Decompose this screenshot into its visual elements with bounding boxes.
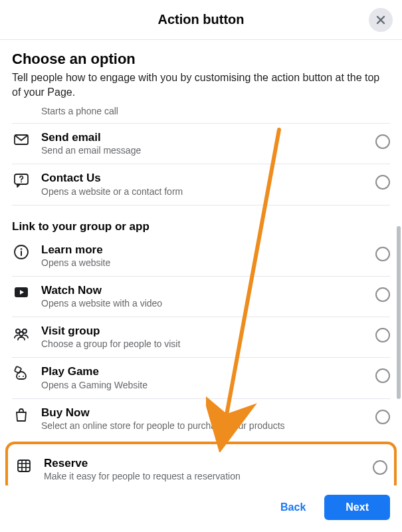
game-icon <box>12 366 31 382</box>
option-title: Learn more <box>41 243 367 257</box>
option-title: Watch Now <box>41 283 367 297</box>
option-reserve[interactable]: Reserve Make it easy for people to reque… <box>15 450 387 484</box>
option-title: Visit group <box>41 324 367 338</box>
radio-unchecked[interactable] <box>373 460 387 475</box>
group-icon <box>12 325 31 341</box>
question-icon <box>12 172 31 188</box>
section-subtitle: Tell people how to engage with you by cu… <box>12 70 390 99</box>
radio-unchecked[interactable] <box>375 247 390 261</box>
radio-unchecked[interactable] <box>375 410 390 424</box>
close-icon <box>375 14 387 26</box>
option-watch-now[interactable]: Watch Now Opens a website with a video <box>12 277 390 317</box>
radio-unchecked[interactable] <box>375 368 390 383</box>
scrollbar-thumb[interactable] <box>397 226 401 399</box>
option-subtitle: Make it easy for people to request a res… <box>44 471 365 481</box>
option-subtitle-partial: Starts a phone call <box>12 102 390 124</box>
option-subtitle: Send an email message <box>41 145 367 156</box>
option-buy-now[interactable]: Buy Now Select an online store for peopl… <box>12 399 390 439</box>
close-button[interactable] <box>369 8 393 32</box>
back-button[interactable]: Back <box>268 495 318 520</box>
option-play-game[interactable]: Play Game Opens a Gaming Website <box>12 358 390 398</box>
option-title: Send email <box>41 130 367 144</box>
option-visit-group[interactable]: Visit group Choose a group for people to… <box>12 317 390 358</box>
option-send-email[interactable]: Send email Send an email message <box>12 124 390 164</box>
option-title: Reserve <box>44 456 365 470</box>
option-subtitle: Opens a website <box>41 257 367 268</box>
option-subtitle: Select an online store for people to pur… <box>41 420 367 431</box>
mail-icon <box>12 132 31 148</box>
next-button[interactable]: Next <box>324 495 390 520</box>
calendar-icon <box>15 458 33 473</box>
dialog-footer: Back Next <box>0 485 402 532</box>
option-subtitle: Opens a website or a contact form <box>41 186 367 197</box>
option-title: Buy Now <box>41 406 367 420</box>
option-subtitle: Opens a Gaming Website <box>41 380 367 390</box>
dialog-title: Action button <box>158 12 245 27</box>
option-contact-us[interactable]: Contact Us Opens a website or a contact … <box>12 164 390 205</box>
dialog-content: Choose an option Tell people how to enga… <box>0 40 402 493</box>
option-title: Contact Us <box>41 171 367 185</box>
bag-icon <box>12 407 31 423</box>
section-heading: Choose an option <box>12 51 390 68</box>
play-icon <box>12 285 31 301</box>
option-learn-more[interactable]: Learn more Opens a website <box>12 236 390 277</box>
radio-unchecked[interactable] <box>375 328 390 342</box>
radio-unchecked[interactable] <box>375 287 390 302</box>
option-subtitle: Choose a group for people to visit <box>41 338 367 349</box>
dialog-header: Action button <box>0 0 402 40</box>
option-subtitle: Opens a website with a video <box>41 298 367 309</box>
info-icon <box>12 244 31 260</box>
section-heading-link: Link to your group or app <box>12 220 390 233</box>
radio-unchecked[interactable] <box>375 175 390 190</box>
option-title: Play Game <box>41 364 367 378</box>
radio-unchecked[interactable] <box>375 134 390 149</box>
